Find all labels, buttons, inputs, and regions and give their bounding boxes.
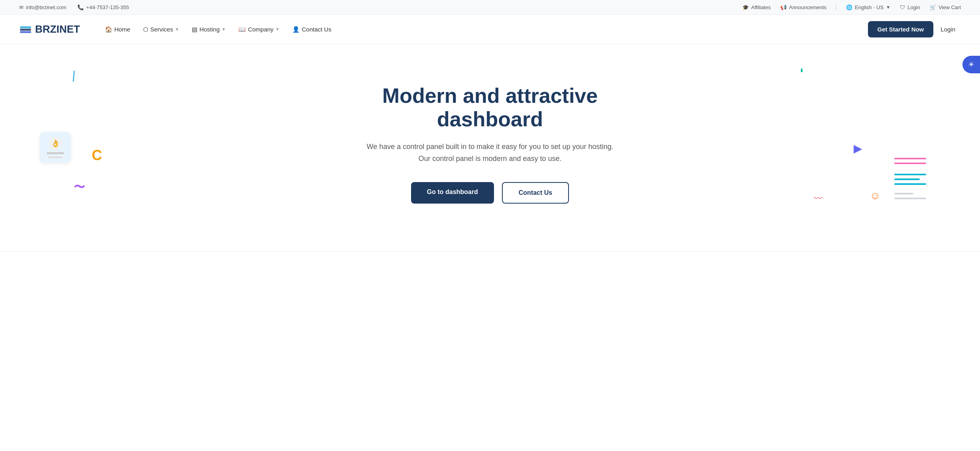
email-icon: ✉	[19, 4, 24, 10]
svg-rect-1	[20, 29, 31, 31]
hero-section: / ʻ 👌 C 〜 ▶ 〰 ☺ Modern and attractive da…	[0, 44, 980, 251]
nav-hosting[interactable]: ▤ Hosting ▼	[186, 23, 231, 36]
deco-squiggle-purple: 〜	[74, 180, 85, 195]
server-icon: ▤	[192, 26, 197, 33]
footer-divider	[0, 251, 980, 252]
navbar: BRZINET 🏠 Home ⬡ Services ▼ ▤ Hosting ▼ …	[0, 15, 980, 44]
person-icon: 👤	[292, 26, 300, 33]
go-dashboard-button[interactable]: Go to dashboard	[411, 182, 494, 204]
deco-slash: /	[70, 68, 77, 85]
deco-comma: ʻ	[798, 66, 807, 81]
book-icon: 📖	[238, 26, 246, 33]
nav-cta-button[interactable]: Get Started Now	[868, 21, 934, 37]
chevron-down-icon: ▼	[276, 27, 279, 31]
topbar-left: ✉ info@brzinet.com 📞 +44-7537-135-355	[19, 4, 129, 10]
logo[interactable]: BRZINET	[19, 23, 80, 36]
phone-icon: 📞	[77, 4, 84, 10]
deco-lines-right	[894, 158, 926, 199]
shield-icon: 🛡	[900, 4, 905, 10]
deco-arrow: ▶	[854, 142, 862, 155]
topbar-login[interactable]: 🛡 Login	[900, 4, 920, 10]
home-icon: 🏠	[105, 26, 112, 33]
contact-us-button[interactable]: Contact Us	[502, 182, 569, 204]
topbar-affiliates[interactable]: 🎓 Affiliates	[742, 4, 771, 10]
hero-subtitle: We have a control panel built in to make…	[362, 141, 618, 165]
topbar-email[interactable]: ✉ info@brzinet.com	[19, 4, 66, 10]
nav-links: 🏠 Home ⬡ Services ▼ ▤ Hosting ▼ 📖 Compan…	[99, 21, 961, 37]
chevron-down-icon: ▼	[175, 27, 179, 31]
topbar-language[interactable]: 🌐 English - US ▼	[846, 4, 890, 10]
svg-rect-2	[20, 31, 31, 33]
sun-icon: ☀	[968, 60, 974, 69]
nav-company[interactable]: 📖 Company ▼	[233, 23, 285, 36]
deco-squiggle-red: 〰	[814, 194, 823, 204]
chevron-down-icon: ▼	[222, 27, 226, 31]
topbar-viewcart[interactable]: 🛒 View Cart	[930, 4, 961, 10]
cart-icon: 🛒	[930, 4, 936, 10]
topbar: ✉ info@brzinet.com 📞 +44-7537-135-355 🎓 …	[0, 0, 980, 15]
topbar-divider	[836, 4, 836, 10]
chevron-down-icon: ▼	[886, 5, 890, 10]
nav-contact[interactable]: 👤 Contact Us	[287, 23, 337, 36]
nav-home[interactable]: 🏠 Home	[99, 23, 136, 36]
layers-icon: ⬡	[143, 26, 148, 33]
announcements-icon: 📢	[780, 4, 787, 10]
hero-buttons: Go to dashboard Contact Us	[411, 182, 569, 204]
topbar-right: 🎓 Affiliates 📢 Announcements 🌐 English -…	[742, 4, 961, 10]
svg-rect-0	[20, 26, 31, 28]
globe-icon: 🌐	[846, 4, 852, 10]
nav-services[interactable]: ⬡ Services ▼	[138, 23, 185, 36]
nav-login[interactable]: Login	[935, 23, 961, 36]
topbar-phone[interactable]: 📞 +44-7537-135-355	[77, 4, 129, 10]
deco-smiley: ☺	[870, 190, 880, 202]
hero-title: Modern and attractive dashboard	[327, 84, 653, 132]
deco-yellow-c: C	[92, 147, 102, 164]
theme-toggle-button[interactable]: ☀	[962, 56, 980, 73]
topbar-announcements[interactable]: 📢 Announcements	[780, 4, 827, 10]
logo-icon	[19, 23, 32, 36]
deco-face-card: 👌	[40, 132, 72, 164]
affiliates-icon: 🎓	[742, 4, 749, 10]
